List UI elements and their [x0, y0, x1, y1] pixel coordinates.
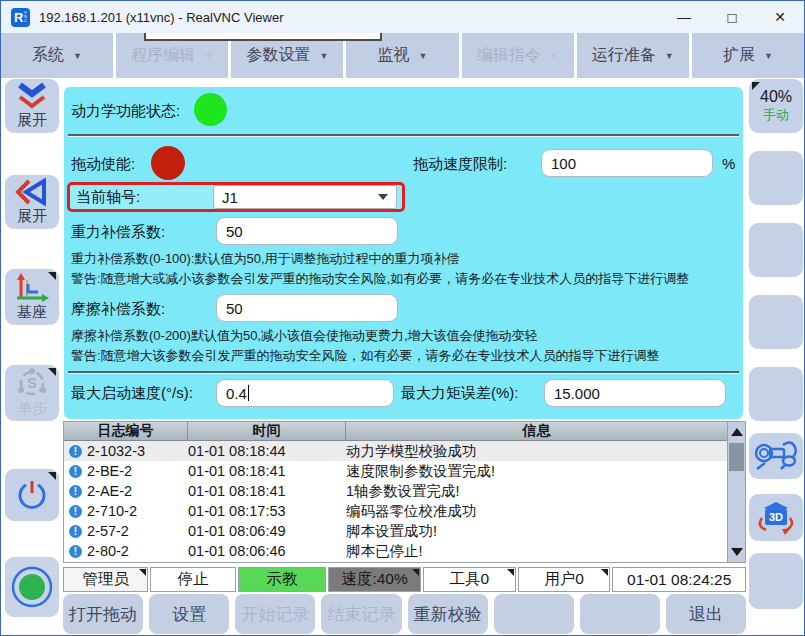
speed-percent-label: 40%	[760, 88, 792, 106]
title-bar: RVNC 192.168.1.201 (x11vnc) - RealVNC Vi…	[1, 1, 804, 33]
menu-bar: 系统▼ 程序编辑▼ 参数设置▼ 监视▼ 编辑指令▼ 运行准备▼ 扩展▼	[1, 33, 804, 78]
tool-cell[interactable]: 工具0	[423, 567, 516, 592]
drag-enable-indicator	[151, 146, 185, 180]
log-row[interactable]: !2-BE-2 01-01 08:18:41 速度限制参数设置完成!	[64, 461, 727, 481]
gravity-coef-input[interactable]: 50	[216, 217, 398, 245]
corner-marker-icon	[48, 272, 56, 280]
svg-text:S: S	[27, 375, 36, 391]
rotate-3d-icon: 3D	[754, 500, 798, 536]
bottom-button-row: 打开拖动 设置 开始记录 结束记录 重新校验 退出	[63, 594, 746, 634]
clock-cell: 01-01 08:24:25	[612, 567, 746, 592]
recheck-button[interactable]: 重新校验	[408, 594, 488, 634]
window-title: 192.168.1.201 (x11vnc) - RealVNC Viewer	[39, 10, 283, 25]
speed-mode-button[interactable]: 40% 手动	[749, 79, 803, 133]
text-caret	[248, 385, 249, 401]
chevron-down-icon: ▼	[319, 51, 328, 61]
run-state-cell: 停止	[150, 567, 235, 592]
friction-warning-text: 警告:随意增大该参数会引发严重的拖动安全风险，如有必要，请务必在专业技术人员的指…	[71, 347, 660, 365]
main-area: 展开 展开 基座	[1, 78, 804, 635]
divider	[68, 134, 739, 137]
log-row[interactable]: !2-1032-3 01-01 08:18:44 动力学模型校验成功	[64, 441, 727, 461]
blank-side-button	[749, 553, 803, 609]
dynamics-status-indicator	[194, 93, 227, 126]
chevron-down-icon: ▼	[204, 51, 213, 61]
corner-marker-icon	[48, 368, 56, 376]
info-icon: !	[69, 505, 82, 518]
scroll-up-arrow[interactable]	[728, 424, 745, 440]
dynamics-status-label: 动力学功能状态:	[71, 102, 180, 121]
corner-marker-icon	[48, 472, 56, 480]
info-icon: !	[69, 485, 82, 498]
log-row[interactable]: !2-AE-2 01-01 08:18:41 1轴参数设置完成!	[64, 481, 727, 501]
view-3d-button[interactable]: 3D	[749, 494, 803, 541]
record-icon	[10, 565, 54, 609]
expand-left-button[interactable]: 展开	[5, 175, 59, 229]
speed-cell[interactable]: 速度:40%	[328, 567, 421, 592]
record-button[interactable]	[5, 557, 59, 617]
divider	[68, 371, 739, 374]
log-scrollbar[interactable]	[727, 422, 745, 562]
corner-marker-icon	[601, 569, 608, 576]
blank-button	[494, 594, 574, 634]
current-axis-dropdown[interactable]: J1	[213, 185, 397, 209]
menu-extension[interactable]: 扩展▼	[692, 33, 804, 78]
menu-system[interactable]: 系统▼	[1, 33, 113, 78]
corner-marker-icon	[752, 82, 760, 90]
open-drag-button[interactable]: 打开拖动	[63, 594, 143, 634]
scrollbar-thumb[interactable]	[729, 443, 744, 471]
drag-speed-limit-label: 拖动速度限制:	[413, 155, 507, 174]
maximize-button[interactable]: □	[708, 1, 756, 33]
chevron-down-icon	[378, 194, 388, 200]
close-button[interactable]: ✕	[756, 1, 804, 33]
svg-text:3D: 3D	[769, 511, 783, 523]
exit-button[interactable]: 退出	[666, 594, 746, 634]
status-bar: 管理员 停止 示教 速度:40% 工具0 用户0 01-01 0	[63, 567, 746, 592]
blank-button	[580, 594, 660, 634]
log-row[interactable]: !2-80-2 01-01 08:06:46 脚本已停止!	[64, 541, 727, 561]
single-step-button[interactable]: S 单步	[5, 365, 59, 421]
menu-edit-instruction[interactable]: 编辑指令▼	[462, 33, 574, 78]
vnc-toolbar-strip	[144, 33, 382, 41]
chevron-down-icon: ▼	[550, 51, 559, 61]
blank-side-button	[749, 223, 803, 277]
settings-button[interactable]: 设置	[149, 594, 229, 634]
max-torque-error-label: 最大力矩误差(%):	[401, 384, 519, 403]
menu-run-prepare[interactable]: 运行准备▼	[577, 33, 689, 78]
max-start-speed-input[interactable]: 0.4	[216, 379, 394, 407]
base-axes-icon	[14, 272, 50, 302]
chevron-down-icon: ▼	[73, 51, 82, 61]
end-record-button[interactable]: 结束记录	[321, 594, 401, 634]
scroll-down-arrow[interactable]	[728, 544, 745, 560]
drag-guide-button[interactable]	[749, 433, 803, 479]
base-frame-button[interactable]: 基座	[5, 269, 59, 325]
chevron-down-icon: ▼	[665, 51, 674, 61]
max-torque-error-input[interactable]: 15.000	[544, 379, 726, 407]
corner-marker-icon	[139, 569, 146, 576]
log-table: 日志编号 时间 信息 !2-1032-3 01-01 08:18:44 动力学模…	[63, 421, 746, 563]
friction-coef-input[interactable]: 50	[216, 294, 398, 322]
current-axis-label: 当前轴号:	[76, 188, 140, 207]
corner-marker-icon	[507, 569, 514, 576]
drag-speed-limit-input[interactable]: 100	[541, 149, 713, 177]
start-record-button[interactable]: 开始记录	[235, 594, 315, 634]
log-col-id: 日志编号	[64, 422, 188, 440]
log-row[interactable]: !2-57-2 01-01 08:06:49 脚本设置成功!	[64, 521, 727, 541]
power-button[interactable]	[5, 469, 59, 521]
expand-down-icon	[14, 82, 50, 110]
blank-side-button	[749, 367, 803, 421]
user-role-cell[interactable]: 管理员	[63, 567, 148, 592]
log-row[interactable]: !2-710-2 01-01 08:17:53 编码器零位校准成功	[64, 501, 727, 521]
log-table-header: 日志编号 时间 信息	[64, 422, 727, 441]
max-start-speed-label: 最大启动速度(°/s):	[71, 384, 193, 403]
log-col-time: 时间	[188, 422, 346, 440]
user-frame-cell[interactable]: 用户0	[518, 567, 611, 592]
expand-left-icon	[15, 178, 49, 206]
corner-marker-icon	[412, 569, 419, 576]
minimize-button[interactable]: —	[660, 1, 708, 33]
power-icon	[15, 478, 49, 512]
current-axis-highlight: 当前轴号: J1	[67, 182, 405, 212]
teach-mode-cell: 示教	[238, 567, 326, 592]
gravity-hint-text: 重力补偿系数(0-100):默认值为50,用于调整拖动过程中的重力项补偿	[71, 250, 460, 268]
expand-down-button[interactable]: 展开	[5, 79, 59, 133]
blank-side-button	[749, 151, 803, 205]
